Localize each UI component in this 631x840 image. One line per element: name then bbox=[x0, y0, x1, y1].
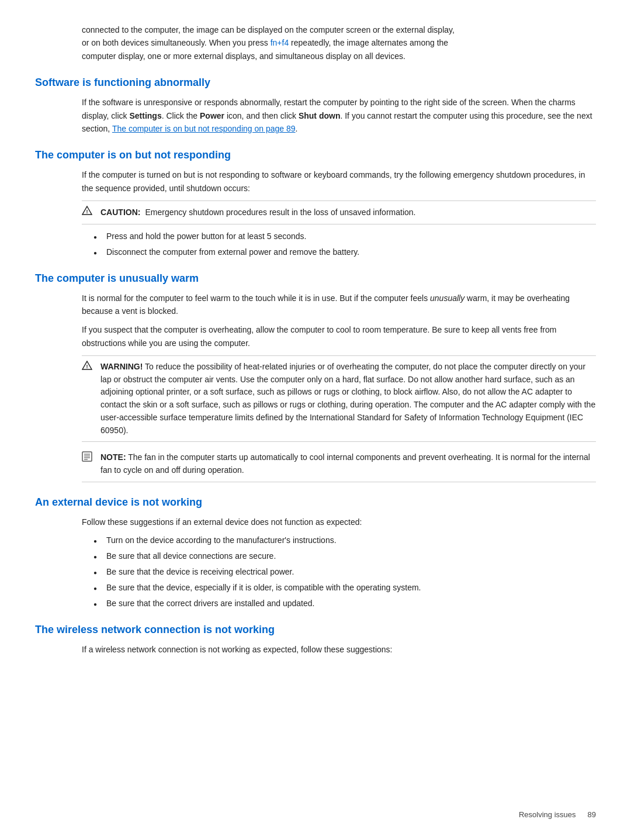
list-item: Turn on the device according to the manu… bbox=[93, 534, 596, 547]
bullet-text: Be sure that the device is receiving ele… bbox=[106, 566, 294, 578]
list-item: Be sure that all device connections are … bbox=[93, 550, 596, 562]
settings-bold: Settings bbox=[129, 111, 161, 120]
section-external-device: An external device is not working Follow… bbox=[35, 496, 596, 610]
wireless-network-intro: If a wireless network connection is not … bbox=[82, 643, 596, 656]
intro-text-4: computer display, one or more external d… bbox=[82, 51, 405, 61]
caution-triangle-icon: ! bbox=[82, 206, 96, 215]
note-box: NOTE: The fan in the computer starts up … bbox=[82, 448, 596, 482]
note-doc-icon bbox=[82, 451, 96, 466]
section-computer-not-responding-heading: The computer is on but not responding bbox=[35, 149, 596, 161]
external-device-intro: Follow these suggestions if an external … bbox=[82, 516, 596, 528]
caution-text: Emergency shutdown procedures result in … bbox=[145, 206, 415, 219]
section-external-device-body: Follow these suggestions if an external … bbox=[82, 516, 596, 610]
section-computer-not-responding: The computer is on but not responding If… bbox=[35, 149, 596, 258]
footer-label: Resolving issues bbox=[519, 810, 576, 819]
section-software-heading: Software is functioning abnormally bbox=[35, 77, 596, 89]
caution-box: ! CAUTION: Emergency shutdown procedures… bbox=[82, 201, 596, 224]
note-label: NOTE: bbox=[100, 452, 126, 462]
bullet-text: Be sure that the device, especially if i… bbox=[106, 582, 421, 594]
section-unusually-warm-heading: The computer is unusually warm bbox=[35, 272, 596, 285]
list-item: Be sure that the device, especially if i… bbox=[93, 582, 596, 594]
warning-text: To reduce the possibility of heat-relate… bbox=[100, 362, 595, 434]
svg-text:!: ! bbox=[86, 364, 88, 369]
hotkey: fn+f4 bbox=[271, 38, 289, 47]
intro-paragraph: connected to the computer, the image can… bbox=[82, 23, 596, 63]
section-wireless-network: The wireless network connection is not w… bbox=[35, 624, 596, 656]
section-wireless-network-heading: The wireless network connection is not w… bbox=[35, 624, 596, 636]
section-external-device-heading: An external device is not working bbox=[35, 496, 596, 509]
power-bold: Power bbox=[200, 111, 224, 120]
warm-para-1: It is normal for the computer to feel wa… bbox=[82, 292, 596, 318]
intro-text-2: or on both devices simultaneously. When … bbox=[82, 38, 271, 47]
list-item: Be sure that the device is receiving ele… bbox=[93, 566, 596, 578]
bullet-text: Press and hold the power button for at l… bbox=[106, 230, 306, 243]
unusually-italic: unusually bbox=[430, 293, 464, 303]
footer: Resolving issues 89 bbox=[519, 810, 596, 819]
section-unusually-warm-body: It is normal for the computer to feel wa… bbox=[82, 292, 596, 482]
footer-page: 89 bbox=[588, 810, 596, 819]
external-device-bullet-list: Turn on the device according to the manu… bbox=[93, 534, 596, 610]
list-item: Disconnect the computer from external po… bbox=[93, 246, 596, 258]
bullet-text: Turn on the device according to the manu… bbox=[106, 534, 337, 547]
warning-label: WARNING! bbox=[100, 362, 143, 371]
not-responding-para: If the computer is turned on but is not … bbox=[82, 168, 596, 195]
shutdown-bold: Shut down bbox=[299, 111, 341, 120]
software-paragraph: If the software is unresponsive or respo… bbox=[82, 96, 596, 135]
warning-box: ! WARNING! To reduce the possibility of … bbox=[82, 355, 596, 442]
intro-text-3: repeatedly, the image alternates among t… bbox=[289, 38, 448, 47]
section-computer-not-responding-body: If the computer is turned on but is not … bbox=[82, 168, 596, 258]
section-software-body: If the software is unresponsive or respo… bbox=[82, 96, 596, 135]
intro-text-1: connected to the computer, the image can… bbox=[82, 25, 455, 34]
list-item: Be sure that the correct drivers are ins… bbox=[93, 597, 596, 610]
section-software: Software is functioning abnormally If th… bbox=[35, 77, 596, 135]
section-wireless-network-body: If a wireless network connection is not … bbox=[82, 643, 596, 656]
note-text: The fan in the computer starts up automa… bbox=[100, 452, 590, 475]
not-responding-bullet-list: Press and hold the power button for at l… bbox=[93, 230, 596, 258]
warm-para-2: If you suspect that the computer is over… bbox=[82, 323, 596, 350]
caution-label: CAUTION: bbox=[100, 206, 140, 219]
bullet-text: Be sure that the correct drivers are ins… bbox=[106, 597, 314, 610]
bullet-text: Disconnect the computer from external po… bbox=[106, 246, 359, 258]
list-item: Press and hold the power button for at l… bbox=[93, 230, 596, 243]
computer-not-responding-link[interactable]: The computer is on but not responding on… bbox=[112, 124, 296, 133]
bullet-text: Be sure that all device connections are … bbox=[106, 550, 276, 562]
warning-triangle-icon: ! bbox=[82, 361, 96, 370]
svg-text:!: ! bbox=[86, 209, 88, 215]
section-unusually-warm: The computer is unusually warm It is nor… bbox=[35, 272, 596, 482]
